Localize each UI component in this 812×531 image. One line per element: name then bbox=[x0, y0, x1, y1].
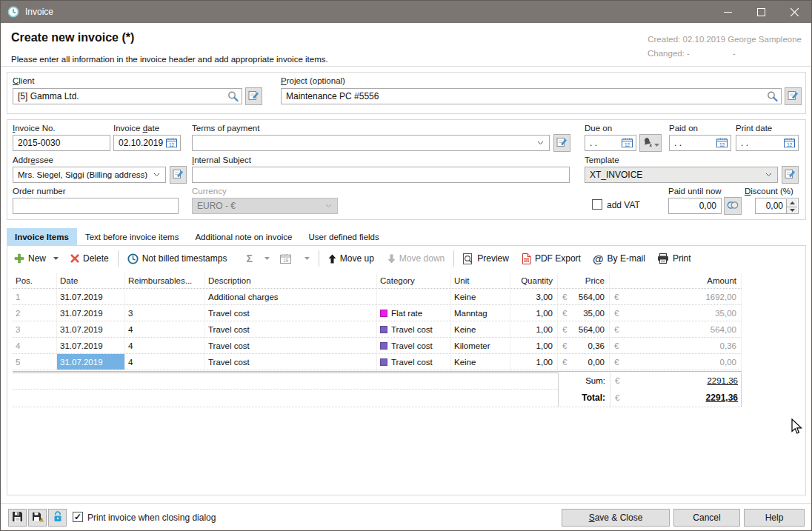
open-padlock-icon bbox=[53, 511, 63, 524]
terms-edit-button[interactable] bbox=[553, 134, 570, 152]
calendar-filter-button[interactable]: 18 bbox=[280, 254, 291, 264]
addressee-select[interactable]: Mrs. Siegel, Siggi (Billing address) bbox=[13, 167, 166, 183]
delete-button[interactable]: Delete bbox=[83, 253, 109, 264]
edit-icon bbox=[248, 90, 259, 104]
project-edit-button[interactable] bbox=[785, 87, 802, 105]
paid-on-input[interactable]: . . 12 bbox=[669, 135, 731, 151]
print-date-input[interactable]: . . 12 bbox=[736, 135, 799, 151]
svg-text:12: 12 bbox=[719, 142, 725, 147]
preview-button[interactable]: Preview bbox=[477, 253, 509, 264]
table-row[interactable]: 2 31.07.2019 3 Travel cost Flat rate Man… bbox=[13, 305, 742, 321]
tab-user-defined-fields[interactable]: User defined fields bbox=[301, 228, 387, 246]
col-date[interactable]: Date bbox=[57, 273, 125, 288]
category-color-swatch bbox=[380, 326, 387, 333]
changed-user: - bbox=[733, 49, 736, 58]
order-number-input[interactable] bbox=[13, 198, 179, 214]
reminder-button[interactable]: x bbox=[639, 134, 662, 152]
discount-spin-up[interactable] bbox=[786, 199, 797, 207]
save-button[interactable] bbox=[8, 509, 27, 527]
floppy-warning-icon bbox=[32, 511, 44, 524]
print-when-closing-checkbox[interactable] bbox=[73, 512, 83, 522]
sum-value: 2291,36 bbox=[707, 376, 738, 385]
addressee-edit-button[interactable] bbox=[170, 166, 187, 184]
calendar-icon[interactable]: 12 bbox=[166, 138, 177, 148]
internal-subject-input[interactable] bbox=[192, 167, 570, 183]
move-up-button[interactable]: Move up bbox=[340, 253, 374, 264]
client-search-icon[interactable] bbox=[227, 91, 239, 102]
floppy-icon bbox=[12, 511, 23, 524]
discount-input[interactable]: 0,00 bbox=[755, 198, 799, 214]
new-dropdown-arrow[interactable] bbox=[53, 257, 59, 260]
project-search-icon[interactable] bbox=[767, 91, 778, 102]
selected-date-cell[interactable]: 31.07.2019 bbox=[57, 354, 125, 370]
col-reimbursables[interactable]: Reimbursables... bbox=[125, 273, 205, 288]
paid-until-now-input[interactable]: 0,00 bbox=[668, 198, 722, 214]
paid-until-now-label: Paid until now bbox=[668, 187, 722, 196]
paid-until-now-money-button[interactable] bbox=[724, 197, 742, 215]
client-label: Client bbox=[13, 76, 34, 85]
sum-sigma-button[interactable]: Σ bbox=[246, 253, 252, 264]
app-clock-icon bbox=[7, 6, 19, 18]
titlebar: Invoice bbox=[1, 1, 811, 23]
not-billed-timestamps-button[interactable]: Not billed timestamps bbox=[142, 253, 227, 264]
move-up-arrow-icon bbox=[328, 254, 336, 264]
invoice-date-input[interactable]: 02.10.2019 12 bbox=[113, 135, 181, 151]
template-edit-button[interactable] bbox=[782, 166, 799, 184]
tab-additional-note-on-invoice[interactable]: Additional note on invoice bbox=[187, 228, 300, 246]
sigma-dropdown-arrow[interactable] bbox=[264, 257, 270, 260]
edit-icon bbox=[556, 136, 568, 150]
terms-of-payment-select[interactable] bbox=[192, 135, 550, 151]
due-on-label: Due on bbox=[585, 124, 612, 133]
table-row[interactable]: 1 31.07.2019 Additional charges Keine 3,… bbox=[13, 289, 742, 305]
table-row[interactable]: 4 31.07.2019 4 Travel cost Travel cost K… bbox=[13, 338, 742, 354]
invoice-no-input[interactable]: 2015-0030 bbox=[13, 135, 110, 151]
mouse-cursor bbox=[791, 418, 805, 438]
col-description[interactable]: Description bbox=[205, 273, 377, 288]
col-pos[interactable]: Pos. bbox=[13, 273, 57, 288]
due-on-input[interactable]: . . 12 bbox=[585, 135, 636, 151]
move-down-button: Move down bbox=[399, 253, 445, 264]
calendar-icon[interactable]: 12 bbox=[784, 138, 795, 148]
save-close-button[interactable]: Save & Close bbox=[562, 509, 670, 527]
col-unit[interactable]: Unit bbox=[451, 273, 510, 288]
client-input[interactable]: [5] Gamma Ltd. bbox=[13, 88, 242, 104]
client-edit-button[interactable] bbox=[245, 87, 262, 105]
cancel-button[interactable]: Cancel bbox=[673, 509, 740, 527]
by-email-button[interactable]: By E-mail bbox=[608, 253, 645, 264]
col-quantity[interactable]: Quantity bbox=[510, 273, 558, 288]
col-category[interactable]: Category bbox=[377, 273, 451, 288]
maximize-button[interactable] bbox=[745, 1, 778, 23]
invoice-dialog: Invoice Create new invoice (*) Please en… bbox=[0, 0, 812, 531]
table-row[interactable]: 5 31.07.2019 4 Travel cost Travel cost K… bbox=[13, 354, 742, 370]
minimize-button[interactable] bbox=[711, 1, 745, 23]
new-button[interactable]: New bbox=[28, 253, 46, 264]
add-vat-checkbox[interactable] bbox=[592, 199, 602, 210]
tab-text-before-invoice-items[interactable]: Text before invoice items bbox=[77, 228, 187, 246]
template-select[interactable]: XT_INVOICE bbox=[585, 167, 778, 183]
header-separator bbox=[1, 66, 812, 67]
total-value: 2291,36 bbox=[706, 393, 738, 403]
calendar-dropdown-arrow[interactable] bbox=[304, 257, 310, 260]
unlock-button[interactable] bbox=[48, 509, 67, 527]
calendar-icon[interactable]: 12 bbox=[622, 138, 633, 148]
close-button[interactable] bbox=[778, 1, 811, 23]
total-row: Total: €2291,36 bbox=[558, 389, 742, 407]
table-row[interactable]: 3 31.07.2019 4 Travel cost Travel cost K… bbox=[13, 321, 742, 338]
invoice-date-label: Invoice date bbox=[113, 124, 159, 133]
col-amount[interactable]: Amount bbox=[610, 273, 742, 288]
project-input[interactable]: Maintenance PC #5556 bbox=[281, 88, 782, 104]
category-color-swatch bbox=[380, 358, 387, 366]
svg-text:18: 18 bbox=[283, 258, 289, 263]
dropdown-arrow-icon bbox=[654, 136, 659, 150]
save-with-warning-button[interactable] bbox=[28, 509, 47, 527]
page-title: Create new invoice (*) bbox=[11, 31, 134, 44]
pdf-export-button[interactable]: PDF Export bbox=[535, 253, 581, 264]
discount-spin-down[interactable] bbox=[786, 207, 797, 215]
tab-invoice-items[interactable]: Invoice Items bbox=[7, 228, 77, 246]
col-price[interactable]: Price bbox=[558, 273, 610, 288]
toolbar-separator bbox=[319, 250, 319, 267]
print-button[interactable]: Print bbox=[673, 253, 691, 264]
help-button[interactable]: Help bbox=[744, 509, 805, 527]
calendar-icon[interactable]: 12 bbox=[716, 138, 728, 148]
internal-subject-label: Internal Subject bbox=[192, 156, 251, 164]
